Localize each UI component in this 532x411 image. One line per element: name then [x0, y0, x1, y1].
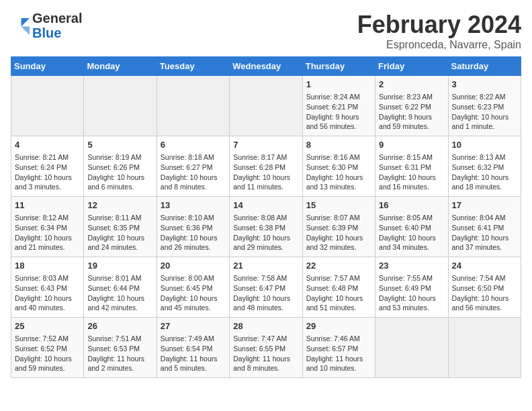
- calendar-cell: 23Sunrise: 7:55 AMSunset: 6:49 PMDayligh…: [375, 257, 448, 318]
- calendar-cell: 19Sunrise: 8:01 AMSunset: 6:44 PMDayligh…: [84, 257, 157, 318]
- weekday-header: Monday: [84, 57, 157, 76]
- day-info: Sunrise: 8:13 AMSunset: 6:32 PMDaylight:…: [452, 153, 509, 191]
- calendar-cell: 4Sunrise: 8:21 AMSunset: 6:24 PMDaylight…: [11, 136, 84, 197]
- day-info: Sunrise: 7:47 AMSunset: 6:55 PMDaylight:…: [233, 334, 290, 372]
- svg-marker-0: [21, 18, 30, 26]
- calendar-cell: [448, 318, 521, 378]
- day-number: 12: [87, 199, 152, 212]
- day-info: Sunrise: 8:00 AMSunset: 6:45 PMDaylight:…: [161, 274, 218, 312]
- weekday-header: Thursday: [302, 57, 375, 76]
- day-info: Sunrise: 8:18 AMSunset: 6:27 PMDaylight:…: [161, 153, 218, 191]
- calendar-header-row: SundayMondayTuesdayWednesdayThursdayFrid…: [11, 57, 521, 76]
- day-info: Sunrise: 7:55 AMSunset: 6:49 PMDaylight:…: [379, 274, 436, 312]
- day-number: 1: [306, 79, 371, 91]
- logo-blue-text: Blue: [32, 26, 61, 40]
- month-title: February 2024: [357, 11, 521, 39]
- calendar-week-row: 11Sunrise: 8:12 AMSunset: 6:34 PMDayligh…: [11, 197, 521, 257]
- calendar-cell: 25Sunrise: 7:52 AMSunset: 6:52 PMDayligh…: [11, 318, 84, 378]
- calendar-cell: 14Sunrise: 8:08 AMSunset: 6:38 PMDayligh…: [230, 197, 302, 257]
- calendar-cell: 16Sunrise: 8:05 AMSunset: 6:40 PMDayligh…: [375, 197, 448, 257]
- calendar-cell: 24Sunrise: 7:54 AMSunset: 6:50 PMDayligh…: [448, 257, 521, 318]
- day-info: Sunrise: 8:10 AMSunset: 6:36 PMDaylight:…: [161, 214, 218, 251]
- calendar-cell: [11, 76, 84, 136]
- day-number: 18: [15, 260, 80, 272]
- day-info: Sunrise: 8:01 AMSunset: 6:44 PMDaylight:…: [87, 274, 144, 312]
- calendar-cell: 7Sunrise: 8:17 AMSunset: 6:28 PMDaylight…: [230, 136, 302, 197]
- weekday-header: Tuesday: [157, 57, 229, 76]
- day-number: 17: [452, 199, 517, 212]
- day-number: 29: [306, 320, 371, 332]
- day-number: 10: [452, 139, 517, 151]
- calendar-cell: 2Sunrise: 8:23 AMSunset: 6:22 PMDaylight…: [375, 76, 448, 136]
- day-number: 27: [161, 320, 226, 332]
- day-info: Sunrise: 8:07 AMSunset: 6:39 PMDaylight:…: [306, 214, 363, 251]
- day-info: Sunrise: 8:03 AMSunset: 6:43 PMDaylight:…: [15, 274, 72, 312]
- calendar-week-row: 25Sunrise: 7:52 AMSunset: 6:52 PMDayligh…: [11, 318, 521, 378]
- calendar-cell: 29Sunrise: 7:46 AMSunset: 6:57 PMDayligh…: [302, 318, 375, 378]
- day-info: Sunrise: 8:16 AMSunset: 6:30 PMDaylight:…: [306, 153, 363, 191]
- calendar-cell: 17Sunrise: 8:04 AMSunset: 6:41 PMDayligh…: [448, 197, 521, 257]
- logo: General Blue: [11, 11, 82, 40]
- svg-marker-1: [21, 27, 30, 35]
- page-header: General Blue February 2024 Espronceda, N…: [11, 11, 521, 51]
- calendar-cell: 5Sunrise: 8:19 AMSunset: 6:26 PMDaylight…: [84, 136, 157, 197]
- day-number: 15: [306, 199, 371, 212]
- calendar-cell: 6Sunrise: 8:18 AMSunset: 6:27 PMDaylight…: [157, 136, 229, 197]
- calendar-cell: 15Sunrise: 8:07 AMSunset: 6:39 PMDayligh…: [302, 197, 375, 257]
- day-info: Sunrise: 8:05 AMSunset: 6:40 PMDaylight:…: [379, 214, 436, 251]
- day-info: Sunrise: 7:57 AMSunset: 6:48 PMDaylight:…: [306, 274, 363, 312]
- calendar-cell: 1Sunrise: 8:24 AMSunset: 6:21 PMDaylight…: [302, 76, 375, 136]
- calendar-cell: [230, 76, 302, 136]
- day-number: 9: [379, 139, 444, 151]
- day-number: 22: [306, 260, 371, 272]
- logo-general-text: General: [32, 11, 82, 26]
- day-info: Sunrise: 7:52 AMSunset: 6:52 PMDaylight:…: [15, 334, 72, 372]
- calendar-cell: 28Sunrise: 7:47 AMSunset: 6:55 PMDayligh…: [230, 318, 302, 378]
- calendar-cell: 27Sunrise: 7:49 AMSunset: 6:54 PMDayligh…: [157, 318, 229, 378]
- weekday-header: Wednesday: [230, 57, 302, 76]
- calendar-cell: 20Sunrise: 8:00 AMSunset: 6:45 PMDayligh…: [157, 257, 229, 318]
- day-number: 20: [161, 260, 226, 272]
- day-info: Sunrise: 8:15 AMSunset: 6:31 PMDaylight:…: [379, 153, 436, 191]
- day-info: Sunrise: 7:46 AMSunset: 6:57 PMDaylight:…: [306, 334, 363, 372]
- calendar-cell: 8Sunrise: 8:16 AMSunset: 6:30 PMDaylight…: [302, 136, 375, 197]
- day-info: Sunrise: 8:24 AMSunset: 6:21 PMDaylight:…: [306, 93, 360, 130]
- calendar-cell: 10Sunrise: 8:13 AMSunset: 6:32 PMDayligh…: [448, 136, 521, 197]
- day-info: Sunrise: 7:58 AMSunset: 6:47 PMDaylight:…: [233, 274, 290, 312]
- day-info: Sunrise: 8:12 AMSunset: 6:34 PMDaylight:…: [15, 214, 72, 251]
- day-number: 16: [379, 199, 444, 212]
- calendar-cell: [157, 76, 229, 136]
- weekday-header: Saturday: [448, 57, 521, 76]
- day-info: Sunrise: 8:17 AMSunset: 6:28 PMDaylight:…: [233, 153, 290, 191]
- day-number: 25: [15, 320, 80, 332]
- day-number: 24: [452, 260, 517, 272]
- day-number: 3: [452, 79, 517, 91]
- day-number: 28: [233, 320, 298, 332]
- day-number: 23: [379, 260, 444, 272]
- calendar-week-row: 1Sunrise: 8:24 AMSunset: 6:21 PMDaylight…: [11, 76, 521, 136]
- day-number: 5: [87, 139, 152, 151]
- weekday-header: Friday: [375, 57, 448, 76]
- weekday-header: Sunday: [11, 57, 84, 76]
- logo-icon: [11, 16, 30, 35]
- day-number: 14: [233, 199, 298, 212]
- calendar-week-row: 18Sunrise: 8:03 AMSunset: 6:43 PMDayligh…: [11, 257, 521, 318]
- day-info: Sunrise: 7:51 AMSunset: 6:53 PMDaylight:…: [87, 334, 144, 372]
- calendar-cell: 21Sunrise: 7:58 AMSunset: 6:47 PMDayligh…: [230, 257, 302, 318]
- day-info: Sunrise: 8:08 AMSunset: 6:38 PMDaylight:…: [233, 214, 290, 251]
- day-info: Sunrise: 8:23 AMSunset: 6:22 PMDaylight:…: [379, 93, 433, 130]
- calendar-cell: 12Sunrise: 8:11 AMSunset: 6:35 PMDayligh…: [84, 197, 157, 257]
- day-number: 6: [161, 139, 226, 151]
- day-info: Sunrise: 7:49 AMSunset: 6:54 PMDaylight:…: [161, 334, 218, 372]
- calendar-cell: 18Sunrise: 8:03 AMSunset: 6:43 PMDayligh…: [11, 257, 84, 318]
- day-number: 4: [15, 139, 80, 151]
- day-info: Sunrise: 8:21 AMSunset: 6:24 PMDaylight:…: [15, 153, 72, 191]
- calendar-week-row: 4Sunrise: 8:21 AMSunset: 6:24 PMDaylight…: [11, 136, 521, 197]
- calendar-cell: 26Sunrise: 7:51 AMSunset: 6:53 PMDayligh…: [84, 318, 157, 378]
- calendar-cell: 9Sunrise: 8:15 AMSunset: 6:31 PMDaylight…: [375, 136, 448, 197]
- calendar-cell: 11Sunrise: 8:12 AMSunset: 6:34 PMDayligh…: [11, 197, 84, 257]
- day-number: 13: [161, 199, 226, 212]
- calendar-table: SundayMondayTuesdayWednesdayThursdayFrid…: [11, 56, 521, 378]
- day-number: 21: [233, 260, 298, 272]
- calendar-cell: 22Sunrise: 7:57 AMSunset: 6:48 PMDayligh…: [302, 257, 375, 318]
